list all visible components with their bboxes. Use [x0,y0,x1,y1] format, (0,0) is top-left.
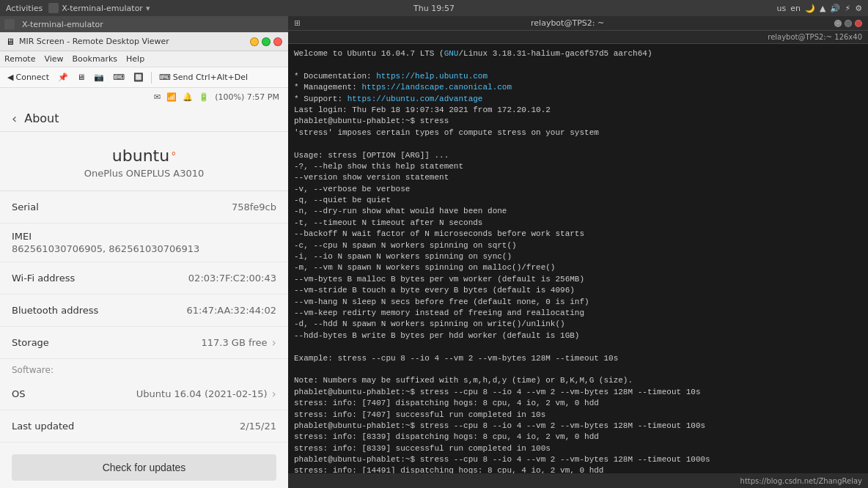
menu-remote[interactable]: Remote [4,54,35,64]
minimize-button[interactable] [250,37,259,46]
clock: Thu 19:57 [413,4,455,13]
terminal-body[interactable]: Welcome to Ubuntu 16.04.7 LTS (GNU/Linux… [288,44,868,473]
phone-statusbar: ✉ 📶 🔔 🔋 (100%) 7:57 PM [0,88,288,106]
bluetooth-value: 61:47:AA:32:44:02 [186,305,276,316]
battery-icon: ⚡ [845,4,850,13]
term-line-cmd1000s: phablet@ubuntu-phablet:~$ stress --cpu 8… [294,454,862,465]
bluetooth-row: Bluetooth address 61:47:AA:32:44:02 [0,295,288,327]
mir-window-controls[interactable] [250,37,282,46]
relaybot-close-button[interactable]: – [834,20,842,27]
wifi-label: Wi-Fi address [12,273,75,284]
os-row[interactable]: OS Ubuntu 16.04 (2021-02-15) › [0,378,288,410]
wifi-value: 02:03:7F:C2:00:43 [188,273,276,284]
term-line-vmstride: --vm-stride B touch a byte every B bytes… [294,285,862,296]
toolbar-icon2[interactable]: 🖥 [74,71,88,84]
info-list: Serial 758fe9cb IMEI 862561030706905, 86… [0,191,288,488]
term-line-version: --version show version statement [294,172,862,183]
serial-label: Serial [12,202,39,212]
term-line-hogs1000: stress: info: [14491] dispatching hogs: … [294,465,862,473]
term-line-mgmt: * Management: https://landscape.canonica… [294,82,862,93]
bluetooth-label: Bluetooth address [12,305,98,316]
term-line-backoff: --backoff N wait factor of N microsecond… [294,229,862,240]
term-blank-4 [294,364,862,375]
back-button[interactable]: ‹ [12,111,17,126]
relaybot-minimize-button[interactable] [845,20,852,27]
terminal-window: ⊞ relaybot@TPS2: ~ – relaybot@TPS2:~ 126… [288,16,868,488]
term-line-io: -i, --io N spawn N workers spinning on s… [294,251,862,262]
xterm-title: X-terminal-emulator [22,20,103,29]
connect-icon: ◀ [7,73,13,82]
term-line-hogs10: stress: info: [7407] dispatching hogs: 8… [294,398,862,409]
term-line-verbose: -v, --verbose be verbose [294,184,862,195]
term-line-stress1: phablet@ubuntu-phablet:~$ stress [294,116,862,127]
software-section-label: Software: [0,359,288,378]
imei-row: IMEI 862561030706905, 862561030706913 [0,223,288,262]
term-line-done100: stress: info: [8339] successful run comp… [294,443,862,454]
mir-title-text: MIR Screen - Remote Desktop Viewer [19,37,169,46]
relaybot-tab-icon: ⊞ [294,18,301,28]
serial-row: Serial 758fe9cb [0,191,288,223]
menu-bookmarks[interactable]: Bookmarks [73,54,117,64]
mir-titlebar: 🖥 MIR Screen - Remote Desktop Viewer [0,32,288,51]
settings-icon[interactable]: ⚙ [855,4,862,13]
toolbar-icon5[interactable]: 🔲 [130,71,147,84]
volume-icon: 🔊 [830,4,840,13]
storage-label: Storage [12,337,49,348]
storage-value: 117.3 GB free [201,337,267,348]
relaybot-title: relaybot@TPS2: ~ [301,18,834,28]
toolbar-icon3[interactable]: 📷 [91,71,107,84]
xterm-icon [4,19,15,29]
last-updated-row: Last updated 2/15/21 [0,410,288,443]
term-line-help: -?, --help show this help statement [294,161,862,172]
relaybot-maximize-button[interactable] [855,20,862,27]
ubuntu-circle: ° [171,150,176,162]
os-label: OS [12,388,25,399]
relaybot-titlebar: ⊞ relaybot@TPS2: ~ – [288,16,868,31]
term-line-vmbytes: --vm-bytes B malloc B bytes per vm worke… [294,274,862,285]
maximize-button[interactable] [262,37,271,46]
left-panel: X-terminal-emulator 🖥 MIR Screen - Remot… [0,16,288,488]
about-device-section: ubuntu° OnePlus ONEPLUS A3010 [0,132,288,191]
term-line-hdd: -d, --hdd N spawn N workers spinning on … [294,319,862,330]
system-topbar: Activities X-terminal-emulator ▾ Thu 19:… [0,0,868,16]
storage-row[interactable]: Storage 117.3 GB free › [0,327,288,359]
term-line-cpu: -c, --cpu N spawn N workers spinning on … [294,240,862,251]
toolbar-icon1[interactable]: 📌 [55,71,71,84]
term-blank-3 [294,341,862,352]
mir-toolbar: ◀ Connect 📌 🖥 📷 ⌨ 🔲 ⌨ Send Ctrl+Alt+Del [0,67,288,88]
storage-arrow-icon: › [272,336,276,350]
term-line-welcome: Welcome to Ubuntu 16.04.7 LTS (GNU/Linux… [294,48,862,59]
os-arrow-icon: › [272,387,276,401]
menu-view[interactable]: View [44,54,63,64]
check-updates-button[interactable]: Check for updates [12,454,276,481]
send-ctrl-alt-del-button[interactable]: ⌨ Send Ctrl+Alt+Del [156,71,251,84]
toolbar-icon4[interactable]: ⌨ [110,71,128,84]
term-line-support: * Support: https://ubuntu.com/advantage [294,94,862,105]
term-line-quiet: -q, --quiet be quiet [294,195,862,206]
moon-icon: 🌙 [805,4,815,13]
term-line-dry: -n, --dry-run show what would have been … [294,206,862,217]
app-name[interactable]: X-terminal-emulator ▾ [48,3,150,13]
term-line-done10: stress: info: [7407] successful run comp… [294,410,862,421]
term-line-cmd100s: phablet@ubuntu-phablet:~$ stress --cpu 8… [294,421,862,432]
device-name: OnePlus ONEPLUS A3010 [84,168,205,179]
serial-value: 758fe9cb [232,202,276,212]
term-line-hogs100: stress: info: [8339] dispatching hogs: 8… [294,432,862,443]
mir-icon: 🖥 [6,37,15,47]
relaybot-window-controls[interactable]: – [834,20,862,27]
status-bar: https://blog.csdn.net/ZhangRelay [288,473,868,488]
term-line-hddbytes: --hdd-bytes B write B bytes per hdd work… [294,330,862,341]
term-line-cmd10s: phablet@ubuntu-phablet:~$ stress --cpu 8… [294,387,862,398]
imei-value: 862561030706905, 862561030706913 [12,243,199,254]
close-button[interactable] [273,37,282,46]
status-url: https://blog.csdn.net/ZhangRelay [740,477,862,485]
menu-help[interactable]: Help [126,54,144,64]
network-icon: ▲ [820,4,825,13]
term-line-note: Note: Numbers may be suffixed with s,m,h… [294,375,862,386]
locale-label: en [790,4,801,13]
connect-button[interactable]: ◀ Connect [4,71,52,84]
term-line-timeout: -t, --timeout N timeout after N seconds [294,218,862,229]
relaybot-size-text: relaybot@TPS2:~ 126x40 [768,33,862,41]
activities-label[interactable]: Activities [6,4,43,13]
phone-signal-icon: ✉ [154,92,161,102]
